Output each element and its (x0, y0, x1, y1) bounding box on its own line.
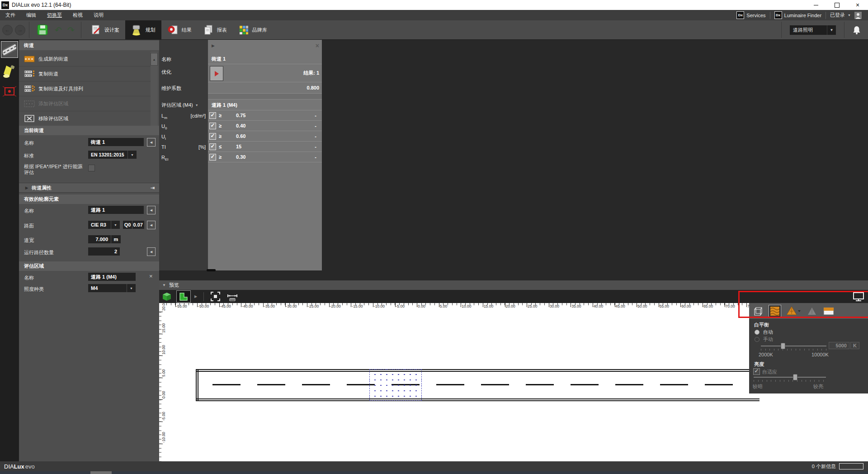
command-copy-street[interactable]: 复制街道 (19, 66, 151, 81)
scene-select[interactable]: 道路照明 ▼ (790, 25, 836, 35)
surface-select[interactable]: CIE R3 ▼ (88, 221, 120, 229)
street-name-field[interactable]: 街道 1 (88, 138, 144, 146)
criterion-symbol: TI (161, 144, 166, 151)
tab-results[interactable]: 结果 (161, 20, 198, 39)
undo-button[interactable]: ↶ (55, 25, 62, 35)
view-plan-button[interactable] (176, 290, 191, 303)
h-ruler-tick (439, 303, 439, 307)
luminaire-finder-button[interactable]: Dx Luminaire Finder (774, 11, 822, 19)
close-button[interactable]: × (847, 0, 868, 10)
h-ruler-label: 5.00 (440, 304, 448, 308)
tab-brand-library[interactable]: 品牌库 (233, 20, 273, 39)
menu-switch-to[interactable]: 切换至 (42, 12, 67, 19)
restore-button[interactable] (826, 0, 847, 10)
textured-mode-button[interactable] (769, 305, 781, 318)
collapse-arrow-icon[interactable]: ▶ (212, 43, 215, 48)
road-name-prev-button[interactable]: ◀ (147, 206, 156, 214)
white-balance-value-field[interactable]: 5000 (829, 342, 849, 349)
assessment-zone-tool[interactable] (1, 83, 18, 100)
preview-header[interactable]: ▼ 预览 (159, 280, 868, 290)
h-ruler-tick (241, 303, 241, 307)
services-button[interactable]: Dx Services (736, 11, 765, 19)
criterion-checkbox[interactable]: ✓ (209, 112, 216, 119)
back-button[interactable]: ← (2, 25, 13, 35)
criterion-checkbox[interactable]: ✓ (209, 143, 216, 150)
prop-maintenance-row[interactable]: 0.800 (208, 82, 322, 94)
surface-prev-button[interactable]: ◀ (147, 221, 156, 229)
street-tool[interactable] (1, 41, 18, 58)
tab-planning[interactable]: 规划 (125, 20, 161, 39)
q0-field[interactable]: 0.07 (132, 221, 144, 229)
white-balance-slider-handle[interactable] (781, 343, 785, 349)
zone-name-field[interactable]: 道路 1 (M4) (88, 273, 136, 281)
login-status-menu[interactable]: 已登录 ▼ (830, 12, 851, 19)
luminaire-tool[interactable] (1, 62, 18, 79)
criterion-symbol: U0 (161, 123, 167, 130)
light-distribution-button[interactable] (785, 305, 802, 318)
wireframe-mode-button[interactable] (752, 305, 764, 318)
forward-button[interactable]: → (15, 25, 25, 35)
lanes-field[interactable]: 2 (88, 247, 120, 256)
horizontal-scrollbar-thumb[interactable] (207, 269, 216, 271)
criterion-checkbox[interactable]: ✓ (209, 133, 216, 140)
command-scrollbar[interactable]: ▲ (151, 52, 158, 126)
criterion-row[interactable]: ✓ ≥ 0.30 - (208, 152, 322, 162)
chevron-down-icon: ▼ (848, 14, 851, 17)
white-balance-auto-radio[interactable] (755, 330, 760, 335)
criterion-checkbox[interactable]: ✓ (209, 154, 216, 161)
display-options-button[interactable] (853, 290, 864, 303)
white-balance-manual-radio[interactable] (755, 337, 760, 342)
redo-button[interactable]: ↷ (67, 25, 75, 35)
brightness-slider-handle[interactable] (793, 374, 797, 380)
command-remove-assessment-zone[interactable]: 移除评估区域 (19, 111, 151, 126)
prop-zone-label[interactable]: 评估区域 (M4)▼ (161, 102, 198, 109)
street-properties-expander[interactable]: ▶ 街道属性 ⇥ (19, 183, 159, 193)
menu-edit[interactable]: 编辑 (21, 12, 42, 19)
criterion-row[interactable]: ✓ ≤ 15 - (208, 142, 322, 152)
tab-project[interactable]: 设计案 (85, 20, 125, 39)
optimize-button[interactable] (210, 66, 223, 81)
brightness-adaptive-checkbox[interactable]: ✓ (753, 368, 760, 375)
lighting-class-select[interactable]: M4 ▼ (88, 284, 136, 292)
standard-select[interactable]: EN 13201:2015 ▼ (88, 151, 137, 159)
criterion-row[interactable]: ✓ ≥ 0.40 - (208, 121, 322, 131)
menu-view[interactable]: 检视 (67, 12, 88, 19)
app-logo-icon: Dx (1, 1, 9, 9)
minimize-button[interactable] (806, 0, 826, 10)
view-more-chevron-icon[interactable]: ▶ (194, 294, 197, 299)
tab-reports[interactable]: 报表 (198, 20, 233, 39)
h-ruler-label: 15.00 (484, 304, 493, 308)
white-balance-slider[interactable] (761, 346, 826, 346)
street-name-prev-button[interactable]: ◀ (147, 138, 156, 147)
pin-icon[interactable]: ⇥ (151, 185, 155, 191)
command-create-street[interactable]: 生成新的街道 (19, 52, 151, 66)
add-assessment-zone-icon (24, 100, 35, 107)
menu-file[interactable]: 文件 (0, 12, 21, 19)
taskbar-edge (0, 471, 868, 474)
measure-button[interactable] (227, 290, 238, 303)
brightness-slider[interactable] (754, 377, 826, 378)
road-width-field[interactable]: 7.000 (88, 235, 111, 243)
false-color-button[interactable] (822, 305, 835, 318)
zoom-fit-button[interactable] (210, 290, 221, 303)
criterion-row[interactable]: ✓ ≥ 0.75 - (208, 110, 322, 121)
messages-count[interactable]: 0 个新信息 (812, 463, 836, 470)
save-button[interactable] (37, 24, 48, 36)
preview-toolbar: ▶ (159, 290, 868, 303)
zone-remove-icon[interactable]: × (149, 273, 153, 280)
panel-close-icon[interactable]: × (316, 42, 319, 49)
command-copy-street-luminaires[interactable]: 复制街道及灯具排列 (19, 81, 151, 96)
energy-evaluation-checkbox[interactable] (88, 165, 95, 171)
menu-help[interactable]: 说明 (88, 12, 109, 19)
avatar[interactable] (854, 12, 862, 19)
view-3d-button[interactable] (162, 290, 172, 303)
evaluation-field-selection[interactable] (369, 369, 422, 401)
road-name-field[interactable]: 道路 1 (88, 206, 144, 214)
lanes-prev-button[interactable]: ◀ (147, 247, 156, 256)
notifications-bell-button[interactable] (853, 25, 861, 34)
scroll-up-icon[interactable]: ▲ (151, 53, 158, 66)
criterion-checkbox[interactable]: ✓ (209, 123, 216, 129)
white-balance-manual-label: 手动 (763, 336, 773, 343)
criterion-row[interactable]: ✓ ≥ 0.60 - (208, 131, 322, 142)
properties-content-column: ▶ × 街道 1 结果: 1 0.800 道路 1 (M4) ✓ ≥ 0.75 … (208, 40, 322, 270)
